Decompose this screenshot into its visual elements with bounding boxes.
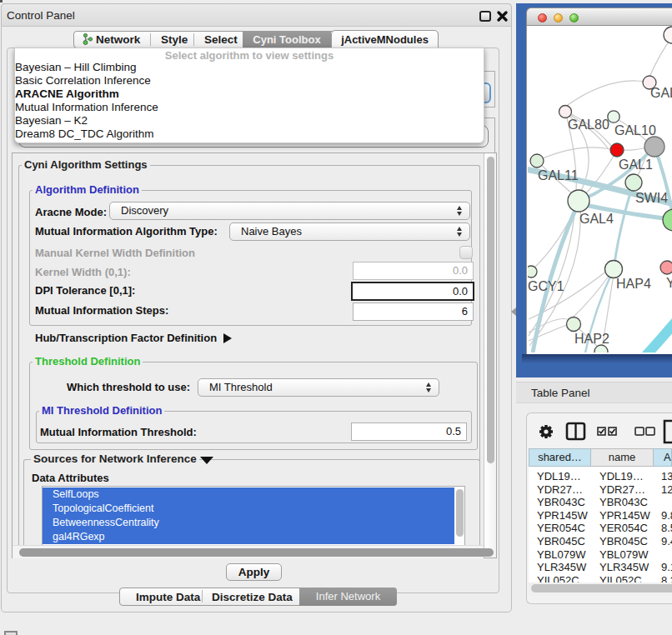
svg-text:YJ: YJ (666, 276, 672, 290)
svg-text:GAL7: GAL7 (650, 86, 672, 100)
svg-text:SWI4: SWI4 (635, 191, 668, 205)
svg-text:GAL80: GAL80 (568, 118, 609, 132)
svg-text:GAL11: GAL11 (538, 168, 579, 182)
svg-text:GAL10: GAL10 (614, 123, 656, 138)
svg-text:GAL4: GAL4 (579, 212, 614, 226)
svg-text:HAP2: HAP2 (574, 332, 609, 346)
svg-text:GCY1: GCY1 (528, 279, 564, 293)
svg-text:HAP4: HAP4 (616, 277, 651, 291)
svg-text:GAL1: GAL1 (619, 158, 653, 172)
